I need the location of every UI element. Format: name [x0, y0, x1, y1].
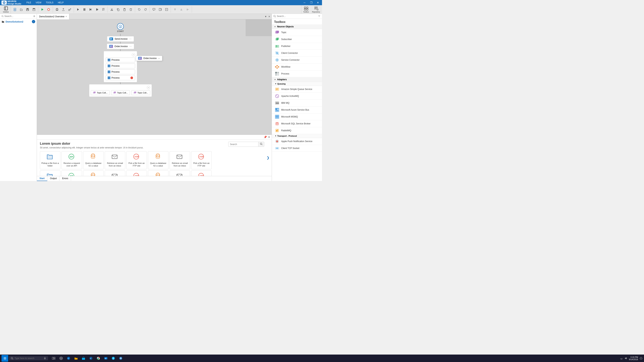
toolbox-item-apns[interactable]: Apple Push Notification Service — [272, 138, 322, 145]
sidebar-search-input[interactable] — [4, 15, 32, 17]
adapter-card-adapters-row-2-0[interactable]: Pickup a file from a folder — [40, 170, 60, 176]
toolbox-item-process[interactable]: Process — [272, 70, 322, 77]
tab-output[interactable]: Output — [47, 176, 60, 181]
zoom-in-btn[interactable]: ▷ — [185, 6, 191, 13]
adapters-search-button[interactable] — [258, 142, 264, 147]
print-button[interactable] — [54, 6, 60, 13]
comment-button[interactable] — [151, 6, 157, 13]
process-item-3[interactable]: Process — [106, 69, 135, 74]
upload-button[interactable] — [60, 6, 66, 13]
save-button[interactable] — [24, 6, 30, 13]
open-button[interactable] — [18, 6, 24, 13]
adapter-card-adapters-row-1-7[interactable]: FTP Pick a file from an FTP site — [191, 151, 212, 169]
stop-button[interactable] — [46, 6, 52, 13]
topic-coll-2[interactable]: Topic Coll... — [111, 90, 130, 95]
toolbox-item-workflow[interactable]: Workflow — [272, 63, 322, 70]
panel-pin-button[interactable]: 📌 — [264, 136, 267, 139]
minimize-button[interactable]: ─ — [302, 0, 307, 5]
toolbox-item-client-tcp[interactable]: Client TCP Socket — [272, 145, 322, 152]
solution-item[interactable]: DemoSolution2 › — [0, 19, 37, 24]
toolbox-item-subscriber[interactable]: Subscriber — [272, 36, 322, 43]
canvas-area[interactable]: START Send.Invoice ··· — [37, 19, 272, 134]
floating-order-invoice-node[interactable]: Order.Invoice ··· — [136, 56, 162, 61]
topic-group-collapse-button[interactable]: − — [147, 86, 150, 89]
adapter-card-adapters-row-1-5[interactable]: ? Query a database for a value — [148, 151, 168, 169]
tab-close-button[interactable]: ✕ — [66, 15, 67, 17]
neuron-objects-header[interactable]: ▼ Neuron Objects — [272, 24, 322, 29]
main-tab[interactable]: DemoSolution2 Overview ✕ — [37, 14, 69, 19]
toolbox-item-sql-sb[interactable]: Microsoft SQL Service Broker — [272, 120, 322, 127]
menu-tools[interactable]: TOOLS — [44, 0, 56, 5]
floating-order-invoice-dots[interactable]: ··· — [158, 57, 160, 60]
adapter-card-adapters-row-2-5[interactable]: ? Query a database for a value — [148, 170, 168, 176]
restore-button[interactable]: ❐ — [308, 0, 314, 5]
save-as-button[interactable] — [31, 6, 37, 13]
copy-button[interactable] — [115, 6, 121, 13]
tab-close-all-button[interactable]: ✕ — [268, 15, 270, 18]
transport-protocol-subsection-header[interactable]: ▼ Transport - Protocol — [272, 134, 322, 138]
toolbox-item-azure-sb[interactable]: Microsoft Azure Service Bus — [272, 106, 322, 113]
adapter-card-adapters-row-2-2[interactable]: ? Query a database for a value — [83, 170, 104, 176]
toolbox-item-client-connector[interactable]: Client Connector — [272, 50, 322, 57]
sidebar-toggle-button[interactable]: SideBar — [1, 5, 11, 14]
cut-button[interactable] — [109, 6, 115, 13]
adapter-card-adapters-row-1-3[interactable]: Retrieve an email from an inbox — [105, 151, 125, 169]
delete-button[interactable] — [128, 6, 134, 13]
sidebar-gear-icon[interactable] — [33, 15, 36, 17]
send-invoice-dots[interactable]: ··· — [129, 37, 131, 40]
adapter-card-adapters-row-2-7[interactable]: FTP Pick a file from an FTP site — [191, 170, 212, 176]
toolbox-search-input[interactable] — [277, 15, 317, 17]
solution-expand-arrow[interactable]: › — [32, 20, 35, 23]
toolbox-panel-button[interactable]: Toolbox — [301, 5, 311, 14]
adapter-card-adapters-row-1-6[interactable]: Retrieve an email from an inbox — [170, 151, 190, 169]
step2-button[interactable] — [94, 6, 100, 13]
adapter-card-adapters-row-1-1[interactable]: API Receive a request over an API — [62, 151, 82, 169]
toolbox-item-ibm-mq[interactable]: IBM IBM MQ — [272, 100, 322, 106]
adapters-search-input[interactable] — [228, 142, 258, 146]
adapter-card-adapters-row-2-3[interactable]: Retrieve an email from an inbox — [105, 170, 125, 176]
adapter-card-adapters-row-2-4[interactable]: FTP Pick a file from an FTP site — [126, 170, 147, 176]
group-collapse-button[interactable]: − — [132, 53, 135, 56]
toolbox-item-service-connector[interactable]: Service Connector — [272, 57, 322, 63]
undo-button[interactable] — [136, 6, 142, 13]
toolbox-item-publisher[interactable]: Publisher — [272, 43, 322, 50]
adapter-card-adapters-row-1-0[interactable]: Pickup a file from a folder — [40, 151, 60, 169]
order-invoice-dots[interactable]: ··· — [129, 45, 132, 48]
note-button[interactable] — [157, 6, 163, 13]
toolbox-item-rabbitmq[interactable]: RabbitMQ — [272, 127, 322, 134]
step-button[interactable] — [88, 6, 94, 13]
zoom-out-btn[interactable]: ▽ — [172, 6, 178, 13]
order-invoice-node[interactable]: Order.Invoice ··· — [107, 43, 134, 49]
close-button[interactable]: ✕ — [315, 0, 320, 5]
send-invoice-node[interactable]: Send.Invoice ··· — [107, 36, 134, 42]
toolbox-item-msmq[interactable]: Microsoft MSMQ — [272, 113, 322, 120]
run-button[interactable] — [39, 6, 45, 13]
new-button[interactable] — [12, 6, 18, 13]
process-item-2[interactable]: Process — [106, 63, 135, 68]
toolbox-item-activemq[interactable]: Apache ActiveMQ — [272, 93, 322, 100]
toolbox-search-options-icon[interactable] — [318, 15, 320, 17]
adapters-next-button[interactable]: ❯ — [267, 156, 270, 160]
process-item-4[interactable]: Process ! — [106, 75, 135, 80]
adapter-card-adapters-row-2-6[interactable]: Retrieve an email from an inbox — [170, 170, 190, 176]
repository-button[interactable]: Repository — [311, 5, 321, 14]
zoom-fit-btn[interactable]: △ — [178, 6, 184, 13]
topic-coll-1[interactable]: Topic Coll... — [91, 90, 110, 95]
topic-coll-3[interactable]: Topic Coll... — [131, 90, 150, 95]
tab-dropdown-button[interactable]: ▼ — [264, 15, 267, 18]
play-button[interactable] — [75, 6, 81, 13]
menu-help[interactable]: HELP — [56, 0, 66, 5]
expand-button[interactable] — [164, 6, 170, 13]
toolbox-item-amazon-sqs[interactable]: Amazon Simple Queue Service — [272, 86, 322, 93]
queuing-subsection-header[interactable]: ▼ Queuing — [272, 82, 322, 86]
menu-view[interactable]: VIEW — [33, 0, 44, 5]
export-button[interactable] — [67, 6, 73, 13]
adapter-card-adapters-row-1-2[interactable]: ? Query a database for a value — [83, 151, 104, 169]
redo-button[interactable] — [142, 6, 148, 13]
toolbox-item-topic[interactable]: Topic — [272, 29, 322, 36]
panel-close-button[interactable]: ✕ — [268, 136, 270, 139]
process-item-1[interactable]: Process — [106, 57, 135, 62]
tab-start[interactable]: Start — [37, 176, 47, 181]
paste-button[interactable] — [122, 6, 128, 13]
adapter-card-adapters-row-1-4[interactable]: FTP Pick a file from an FTP site — [126, 151, 147, 169]
